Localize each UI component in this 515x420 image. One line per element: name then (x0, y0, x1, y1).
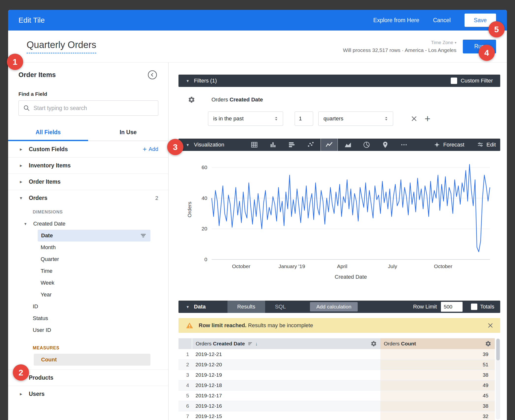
close-warning-icon[interactable] (487, 322, 494, 329)
x-tick-label: January '19 (278, 263, 305, 269)
tab-all-fields[interactable]: All Fields (8, 125, 88, 141)
group-users[interactable]: ▸ Users (8, 386, 168, 402)
field-label: Year (41, 291, 51, 298)
explore-from-here-link[interactable]: Explore from Here (373, 17, 419, 24)
visualization-section-bar[interactable]: ▼ Visualization (178, 139, 500, 151)
step-badge-2: 2 (13, 364, 29, 381)
field-label: Time (41, 268, 52, 274)
line-chart-area: Orders 0204060 OctoberJanuary '19AprilJu… (178, 151, 500, 287)
field-user-id[interactable]: User ID (8, 324, 168, 336)
table-row: 12019-12-2139 (178, 349, 495, 359)
created-date-column-header[interactable]: Orders Created Date ↓ (192, 338, 380, 349)
add-custom-field-button[interactable]: + Add (143, 146, 158, 153)
results-table: Orders Created Date ↓ (178, 338, 495, 420)
forecast-button[interactable]: Forecast (434, 142, 464, 148)
collapse-panel-icon[interactable] (147, 70, 157, 80)
totals-label: Totals (480, 304, 494, 310)
filter-amount-input[interactable] (295, 112, 313, 126)
field-week[interactable]: Week (8, 277, 168, 289)
y-axis-title: Orders (187, 202, 193, 217)
scatter-chart-icon[interactable] (302, 139, 319, 151)
field-count-selected[interactable]: Count (34, 354, 150, 366)
group-orders[interactable]: ▾ Orders 2 (8, 190, 168, 206)
y-tick-label: 60 (202, 164, 207, 170)
timezone-selector[interactable]: Time Zone ▾ (431, 40, 456, 45)
find-field-label: Find a Field (18, 91, 168, 97)
field-time[interactable]: Time (8, 265, 168, 277)
remove-filter-icon[interactable] (410, 115, 418, 122)
table-scrollbar[interactable] (496, 338, 500, 420)
x-axis-title: Created Date (212, 274, 490, 280)
tab-results[interactable]: Results (227, 301, 265, 313)
row-number-cell: 4 (178, 380, 192, 390)
created-date-cell: 2019-12-18 (192, 380, 380, 390)
sort-desc-arrow-icon: ↓ (255, 341, 258, 347)
field-quarter[interactable]: Quarter (8, 253, 168, 265)
step-badge-1: 1 (7, 54, 23, 70)
group-custom-fields[interactable]: ▸ Custom Fields + Add (8, 141, 168, 157)
window-title: Edit Tile (18, 16, 45, 24)
count-column-header[interactable]: Orders Count (380, 338, 495, 349)
search-input[interactable] (33, 105, 154, 112)
tab-in-use[interactable]: In Use (88, 125, 168, 141)
filters-section-bar[interactable]: ▼ Filters (1) Custom Filter (178, 75, 500, 87)
row-limit-warning-banner: Row limit reached. Results may be incomp… (178, 318, 500, 333)
chevron-right-icon: ▸ (20, 147, 29, 152)
map-chart-icon[interactable] (377, 139, 394, 151)
pie-chart-icon[interactable] (358, 139, 375, 151)
table-viz-icon[interactable] (246, 139, 263, 151)
field-status[interactable]: Status (8, 312, 168, 324)
table-row: 72019-12-1532 (178, 411, 495, 420)
add-filter-icon[interactable]: + (425, 114, 430, 124)
gear-icon[interactable] (188, 96, 195, 103)
filter-condition-select[interactable]: is in the past (208, 112, 283, 126)
scrollbar-thumb[interactable] (496, 339, 500, 360)
row-number-cell: 2 (178, 359, 192, 370)
group-order-items[interactable]: ▸ Order Items (8, 174, 168, 190)
group-products[interactable]: ▸ Products (8, 370, 168, 386)
filter-unit-select[interactable]: quarters (318, 112, 393, 126)
gear-icon[interactable] (370, 340, 377, 347)
section-collapse-caret-icon[interactable]: ▼ (186, 79, 190, 83)
field-group-created-date[interactable]: ▾ Created Date (8, 218, 168, 230)
line-chart-icon[interactable] (321, 139, 338, 151)
y-tick-label: 0 (204, 257, 207, 262)
gear-icon[interactable] (485, 340, 491, 347)
panel-title: Order Items (18, 71, 56, 79)
column-chart-icon[interactable] (265, 139, 281, 151)
cancel-button[interactable]: Cancel (433, 17, 451, 24)
search-icon (23, 105, 30, 112)
field-year[interactable]: Year (8, 289, 168, 301)
count-column-label: Orders Count (384, 341, 416, 347)
data-section-bar[interactable]: ▼ Data Results SQL Add calculation Row L… (178, 301, 500, 313)
chevron-right-icon: ▸ (20, 179, 29, 184)
field-id[interactable]: ID (8, 301, 168, 312)
count-cell: 38 (380, 401, 495, 411)
group-inventory-items[interactable]: ▸ Inventory Items (8, 157, 168, 174)
field-label: Status (33, 315, 48, 322)
warning-text: Row limit reached. Results may be incomp… (199, 322, 313, 329)
section-collapse-caret-icon[interactable]: ▼ (186, 143, 190, 147)
section-collapse-caret-icon[interactable]: ▼ (186, 305, 190, 309)
filter-icon[interactable] (140, 232, 146, 239)
field-date-selected[interactable]: Date (38, 230, 150, 242)
orders-field-count: 2 (155, 195, 158, 201)
group-label: Users (29, 391, 45, 397)
created-date-cell: 2019-12-20 (192, 359, 380, 370)
edit-viz-button[interactable]: Edit (477, 142, 496, 148)
edit-tile-window: Edit Tile Explore from Here Cancel Save … (8, 10, 507, 420)
explore-main-area: ▼ Filters (1) Custom Filter Orders Creat… (169, 63, 507, 420)
totals-checkbox[interactable] (471, 304, 477, 310)
bar-chart-icon[interactable] (283, 139, 300, 151)
filter-field-label: Orders Created Date (211, 97, 263, 103)
row-limit-input[interactable] (441, 302, 463, 312)
area-chart-icon[interactable] (339, 139, 356, 151)
add-calculation-button[interactable]: Add calculation (310, 302, 358, 311)
x-tick-label: October (232, 263, 250, 269)
row-number-cell: 6 (178, 401, 192, 411)
custom-filter-checkbox[interactable] (451, 78, 457, 84)
tab-sql[interactable]: SQL (265, 301, 296, 313)
more-viz-icon[interactable] (396, 139, 412, 151)
field-month[interactable]: Month (8, 242, 168, 253)
tile-title[interactable]: Quarterly Orders (27, 40, 96, 53)
